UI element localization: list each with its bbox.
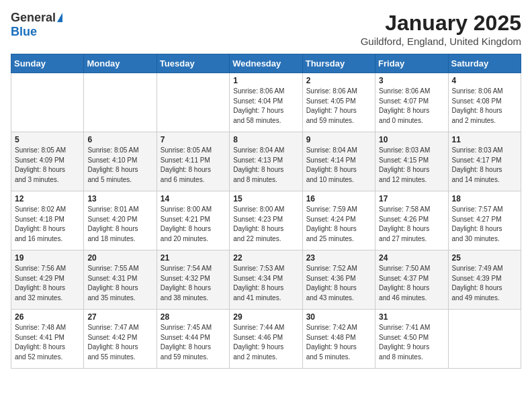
calendar-cell: 24Sunrise: 7:50 AM Sunset: 4:37 PM Dayli… bbox=[375, 250, 448, 310]
day-info: Sunrise: 7:59 AM Sunset: 4:24 PM Dayligh… bbox=[306, 205, 371, 244]
calendar-cell: 16Sunrise: 7:59 AM Sunset: 4:24 PM Dayli… bbox=[302, 191, 375, 250]
month-title: January 2025 bbox=[361, 11, 521, 36]
day-info: Sunrise: 8:05 AM Sunset: 4:10 PM Dayligh… bbox=[87, 146, 152, 185]
day-info: Sunrise: 7:57 AM Sunset: 4:27 PM Dayligh… bbox=[452, 205, 517, 244]
calendar-cell: 7Sunrise: 8:05 AM Sunset: 4:11 PM Daylig… bbox=[157, 132, 229, 191]
day-info: Sunrise: 7:56 AM Sunset: 4:29 PM Dayligh… bbox=[15, 264, 80, 303]
day-number: 14 bbox=[161, 194, 226, 203]
calendar-cell: 4Sunrise: 8:06 AM Sunset: 4:08 PM Daylig… bbox=[448, 73, 521, 132]
calendar-week-row: 26Sunrise: 7:48 AM Sunset: 4:41 PM Dayli… bbox=[11, 310, 521, 369]
day-number: 2 bbox=[306, 76, 371, 85]
calendar-cell: 31Sunrise: 7:41 AM Sunset: 4:50 PM Dayli… bbox=[375, 310, 448, 369]
day-info: Sunrise: 8:01 AM Sunset: 4:20 PM Dayligh… bbox=[87, 205, 152, 244]
calendar-cell: 3Sunrise: 8:06 AM Sunset: 4:07 PM Daylig… bbox=[375, 73, 448, 132]
day-number: 3 bbox=[379, 76, 444, 85]
calendar-week-row: 19Sunrise: 7:56 AM Sunset: 4:29 PM Dayli… bbox=[11, 250, 521, 310]
day-info: Sunrise: 8:04 AM Sunset: 4:13 PM Dayligh… bbox=[233, 146, 298, 185]
day-info: Sunrise: 7:41 AM Sunset: 4:50 PM Dayligh… bbox=[379, 323, 444, 362]
calendar-cell: 14Sunrise: 8:00 AM Sunset: 4:21 PM Dayli… bbox=[157, 191, 229, 250]
calendar-cell: 26Sunrise: 7:48 AM Sunset: 4:41 PM Dayli… bbox=[11, 310, 84, 369]
day-number: 4 bbox=[452, 76, 517, 85]
day-info: Sunrise: 7:50 AM Sunset: 4:37 PM Dayligh… bbox=[379, 264, 444, 303]
day-number: 24 bbox=[379, 253, 444, 263]
calendar-cell: 2Sunrise: 8:06 AM Sunset: 4:05 PM Daylig… bbox=[302, 73, 375, 132]
calendar-header-thursday: Thursday bbox=[302, 54, 375, 73]
calendar-header-row: SundayMondayTuesdayWednesdayThursdayFrid… bbox=[11, 54, 521, 73]
calendar-cell bbox=[84, 73, 157, 132]
day-number: 5 bbox=[15, 135, 80, 144]
day-number: 10 bbox=[379, 135, 444, 144]
day-number: 8 bbox=[233, 135, 298, 144]
day-info: Sunrise: 7:45 AM Sunset: 4:44 PM Dayligh… bbox=[161, 323, 226, 362]
calendar-header-sunday: Sunday bbox=[11, 54, 84, 73]
day-info: Sunrise: 7:47 AM Sunset: 4:42 PM Dayligh… bbox=[87, 323, 152, 362]
calendar-header-saturday: Saturday bbox=[448, 54, 521, 73]
calendar-header-monday: Monday bbox=[84, 54, 157, 73]
day-number: 21 bbox=[161, 253, 226, 263]
calendar-cell: 6Sunrise: 8:05 AM Sunset: 4:10 PM Daylig… bbox=[84, 132, 157, 191]
page-header: General Blue January 2025 Guildford, Eng… bbox=[11, 11, 521, 47]
calendar-week-row: 1Sunrise: 8:06 AM Sunset: 4:04 PM Daylig… bbox=[11, 73, 521, 132]
calendar-cell bbox=[11, 73, 84, 132]
day-info: Sunrise: 7:55 AM Sunset: 4:31 PM Dayligh… bbox=[87, 264, 152, 303]
calendar-table: SundayMondayTuesdayWednesdayThursdayFrid… bbox=[11, 54, 521, 369]
day-number: 13 bbox=[87, 194, 152, 203]
title-block: January 2025 Guildford, England, United … bbox=[361, 11, 521, 47]
day-info: Sunrise: 7:42 AM Sunset: 4:48 PM Dayligh… bbox=[306, 323, 371, 362]
day-info: Sunrise: 8:00 AM Sunset: 4:23 PM Dayligh… bbox=[233, 205, 298, 244]
calendar-cell: 12Sunrise: 8:02 AM Sunset: 4:18 PM Dayli… bbox=[11, 191, 84, 250]
location-title: Guildford, England, United Kingdom bbox=[361, 36, 521, 47]
day-info: Sunrise: 8:05 AM Sunset: 4:11 PM Dayligh… bbox=[161, 146, 226, 185]
calendar-cell: 23Sunrise: 7:52 AM Sunset: 4:36 PM Dayli… bbox=[302, 250, 375, 310]
day-number: 29 bbox=[233, 312, 298, 322]
day-info: Sunrise: 8:04 AM Sunset: 4:14 PM Dayligh… bbox=[306, 146, 371, 185]
calendar-cell: 5Sunrise: 8:05 AM Sunset: 4:09 PM Daylig… bbox=[11, 132, 84, 191]
logo-general-text: General bbox=[11, 11, 56, 25]
day-number: 11 bbox=[452, 135, 517, 144]
day-info: Sunrise: 8:00 AM Sunset: 4:21 PM Dayligh… bbox=[161, 205, 226, 244]
day-info: Sunrise: 7:48 AM Sunset: 4:41 PM Dayligh… bbox=[15, 323, 80, 362]
calendar-cell: 25Sunrise: 7:49 AM Sunset: 4:39 PM Dayli… bbox=[448, 250, 521, 310]
day-number: 25 bbox=[452, 253, 517, 263]
day-info: Sunrise: 7:52 AM Sunset: 4:36 PM Dayligh… bbox=[306, 264, 371, 303]
calendar-cell: 8Sunrise: 8:04 AM Sunset: 4:13 PM Daylig… bbox=[230, 132, 302, 191]
day-number: 1 bbox=[233, 76, 298, 85]
day-number: 22 bbox=[233, 253, 298, 263]
day-number: 15 bbox=[233, 194, 298, 203]
day-number: 23 bbox=[306, 253, 371, 263]
day-info: Sunrise: 7:54 AM Sunset: 4:32 PM Dayligh… bbox=[161, 264, 226, 303]
day-number: 18 bbox=[452, 194, 517, 203]
logo-triangle-icon bbox=[57, 13, 62, 22]
day-info: Sunrise: 7:49 AM Sunset: 4:39 PM Dayligh… bbox=[452, 264, 517, 303]
calendar-cell: 10Sunrise: 8:03 AM Sunset: 4:15 PM Dayli… bbox=[375, 132, 448, 191]
calendar-cell: 9Sunrise: 8:04 AM Sunset: 4:14 PM Daylig… bbox=[302, 132, 375, 191]
day-number: 9 bbox=[306, 135, 371, 144]
day-number: 26 bbox=[15, 312, 80, 322]
day-info: Sunrise: 8:05 AM Sunset: 4:09 PM Dayligh… bbox=[15, 146, 80, 185]
calendar-cell: 27Sunrise: 7:47 AM Sunset: 4:42 PM Dayli… bbox=[84, 310, 157, 369]
calendar-cell: 15Sunrise: 8:00 AM Sunset: 4:23 PM Dayli… bbox=[230, 191, 302, 250]
calendar-cell: 30Sunrise: 7:42 AM Sunset: 4:48 PM Dayli… bbox=[302, 310, 375, 369]
day-number: 7 bbox=[161, 135, 226, 144]
day-info: Sunrise: 7:53 AM Sunset: 4:34 PM Dayligh… bbox=[233, 264, 298, 303]
day-number: 27 bbox=[87, 312, 152, 322]
calendar-header-wednesday: Wednesday bbox=[230, 54, 302, 73]
calendar-cell: 11Sunrise: 8:03 AM Sunset: 4:17 PM Dayli… bbox=[448, 132, 521, 191]
calendar-cell: 17Sunrise: 7:58 AM Sunset: 4:26 PM Dayli… bbox=[375, 191, 448, 250]
calendar-header-friday: Friday bbox=[375, 54, 448, 73]
day-number: 6 bbox=[87, 135, 152, 144]
calendar-cell: 21Sunrise: 7:54 AM Sunset: 4:32 PM Dayli… bbox=[157, 250, 229, 310]
day-number: 12 bbox=[15, 194, 80, 203]
day-number: 30 bbox=[306, 312, 371, 322]
day-info: Sunrise: 7:58 AM Sunset: 4:26 PM Dayligh… bbox=[379, 205, 444, 244]
calendar-cell: 18Sunrise: 7:57 AM Sunset: 4:27 PM Dayli… bbox=[448, 191, 521, 250]
day-number: 31 bbox=[379, 312, 444, 322]
calendar-header-tuesday: Tuesday bbox=[157, 54, 229, 73]
calendar-cell: 13Sunrise: 8:01 AM Sunset: 4:20 PM Dayli… bbox=[84, 191, 157, 250]
day-info: Sunrise: 8:06 AM Sunset: 4:08 PM Dayligh… bbox=[452, 87, 517, 126]
day-info: Sunrise: 8:03 AM Sunset: 4:15 PM Dayligh… bbox=[379, 146, 444, 185]
calendar-cell bbox=[157, 73, 229, 132]
calendar-cell: 19Sunrise: 7:56 AM Sunset: 4:29 PM Dayli… bbox=[11, 250, 84, 310]
day-info: Sunrise: 8:02 AM Sunset: 4:18 PM Dayligh… bbox=[15, 205, 80, 244]
calendar-cell bbox=[448, 310, 521, 369]
